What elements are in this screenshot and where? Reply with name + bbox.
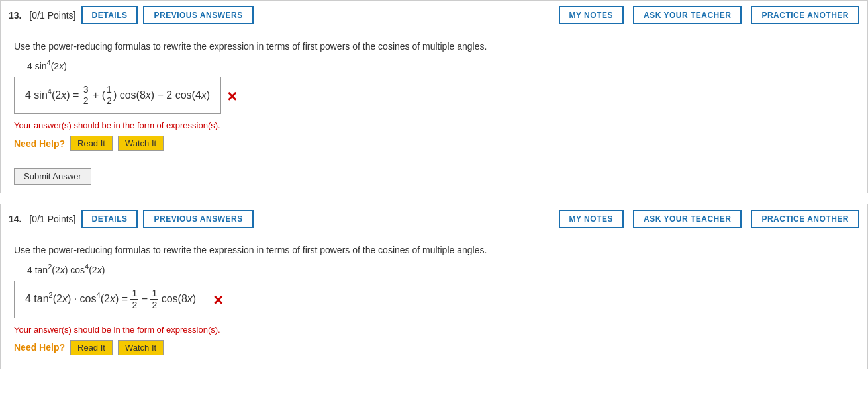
- frac1: 32: [82, 84, 90, 107]
- need-help-label-14: Need Help?: [14, 342, 65, 353]
- answer-formula-13: 4 sin4(2x) = 32 + (12) cos(8x) − 2 cos(4…: [25, 84, 210, 107]
- question-14-points: [0/1 Points]: [29, 214, 75, 224]
- question-13-points: [0/1 Points]: [29, 10, 75, 21]
- submit-row-13: Submit Answer: [1, 164, 867, 193]
- details-button-13[interactable]: DETAILS: [81, 6, 138, 24]
- question-14-body: Use the power-reducing formulas to rewri…: [1, 234, 867, 368]
- practice-another-button-14[interactable]: PRACTICE ANOTHER: [751, 210, 859, 228]
- answer-row-14: 4 tan2(2x) · cos4(2x) = 12 − 12 cos(8x) …: [14, 281, 854, 321]
- ask-teacher-button-13[interactable]: ASK YOUR TEACHER: [633, 6, 742, 24]
- frac3: 12: [130, 288, 138, 311]
- my-notes-button-13[interactable]: MY NOTES: [559, 6, 624, 24]
- question-14-expr: 4 tan2(2x) cos4(2x): [27, 263, 854, 275]
- submit-button-13[interactable]: Submit Answer: [14, 168, 91, 185]
- need-help-row-14: Need Help? Read It Watch It: [14, 340, 854, 355]
- read-it-button-13[interactable]: Read It: [70, 136, 113, 151]
- read-it-button-14[interactable]: Read It: [70, 340, 113, 355]
- details-button-14[interactable]: DETAILS: [81, 210, 138, 228]
- error-msg-13: Your answer(s) should be in the form of …: [14, 120, 854, 130]
- question-14-text: Use the power-reducing formulas to rewri…: [14, 243, 854, 257]
- ask-teacher-button-14[interactable]: ASK YOUR TEACHER: [633, 210, 742, 228]
- answer-box-14: 4 tan2(2x) · cos4(2x) = 12 − 12 cos(8x): [14, 281, 207, 318]
- answer-box-13: 4 sin4(2x) = 32 + (12) cos(8x) − 2 cos(4…: [14, 77, 221, 114]
- watch-it-button-14[interactable]: Watch It: [118, 340, 164, 355]
- question-13-expr: 4 sin4(2x): [27, 59, 854, 71]
- question-13-body: Use the power-reducing formulas to rewri…: [1, 30, 867, 164]
- wrong-mark-14: ✕: [213, 292, 224, 308]
- practice-another-button-13[interactable]: PRACTICE ANOTHER: [751, 6, 859, 24]
- my-notes-button-14[interactable]: MY NOTES: [559, 210, 624, 228]
- frac4: 12: [150, 288, 158, 311]
- watch-it-button-13[interactable]: Watch It: [118, 136, 164, 151]
- question-14-block: 14. [0/1 Points] DETAILS PREVIOUS ANSWER…: [0, 204, 868, 369]
- error-msg-14: Your answer(s) should be in the form of …: [14, 325, 854, 335]
- frac2: 12: [105, 84, 113, 107]
- question-13-text: Use the power-reducing formulas to rewri…: [14, 40, 854, 54]
- answer-formula-14: 4 tan2(2x) · cos4(2x) = 12 − 12 cos(8x): [25, 288, 196, 311]
- need-help-row-13: Need Help? Read It Watch It: [14, 136, 854, 151]
- question-13-number: 13.: [9, 10, 21, 21]
- answer-row-13: 4 sin4(2x) = 32 + (12) cos(8x) − 2 cos(4…: [14, 77, 854, 117]
- prev-answers-button-14[interactable]: PREVIOUS ANSWERS: [143, 210, 253, 228]
- question-13-header: 13. [0/1 Points] DETAILS PREVIOUS ANSWER…: [1, 1, 867, 30]
- prev-answers-button-13[interactable]: PREVIOUS ANSWERS: [143, 6, 253, 24]
- wrong-mark-13: ✕: [226, 89, 238, 105]
- question-14-number: 14.: [9, 214, 21, 224]
- need-help-label-13: Need Help?: [14, 138, 65, 149]
- question-14-header: 14. [0/1 Points] DETAILS PREVIOUS ANSWER…: [1, 204, 867, 234]
- question-13-block: 13. [0/1 Points] DETAILS PREVIOUS ANSWER…: [0, 0, 868, 193]
